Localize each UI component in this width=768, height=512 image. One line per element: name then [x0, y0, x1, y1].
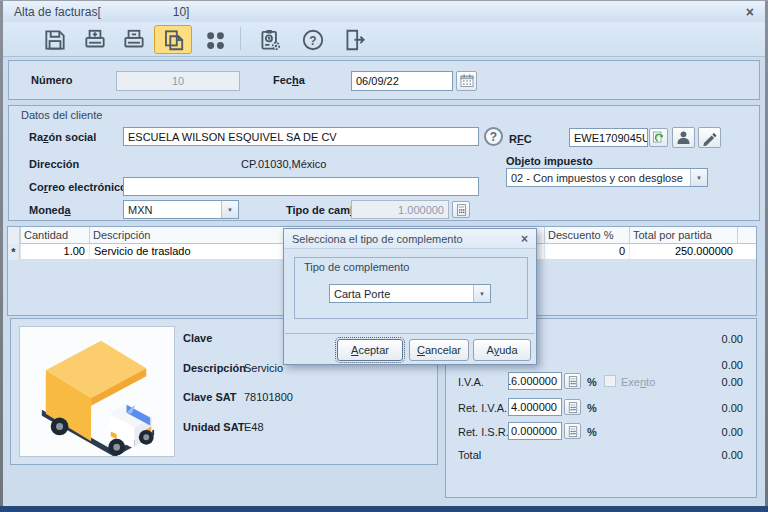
producto-descripcion-label: Descripción	[183, 362, 246, 374]
dialog-close-icon[interactable]: ×	[521, 233, 528, 245]
razon-social-input[interactable]: ESCUELA WILSON ESQUIVEL SA DE CV	[123, 127, 479, 146]
ret-iva-rate-input[interactable]: 4.000000	[508, 398, 562, 416]
ayuda-button[interactable]: Ayuda	[473, 339, 531, 361]
ret-isr-amount: 0.00	[722, 426, 743, 438]
ret-isr-rate-input[interactable]: 0.000000	[508, 422, 562, 440]
rfc-label: RFC	[509, 133, 532, 145]
tipo-cambio-input: 1.000000	[351, 200, 449, 219]
remove-document-button[interactable]	[115, 25, 153, 54]
ret-iva-label: Ret. I.V.A.	[458, 402, 507, 414]
dialog-title: Selecciona el tipo de complemento	[292, 233, 463, 245]
descuento-amount: 0.00	[722, 359, 743, 371]
window-border-top	[0, 0, 768, 1]
copy-icon	[160, 27, 186, 53]
rfc-validate-button[interactable]	[649, 128, 668, 147]
subtotal-amount: 0.00	[722, 333, 743, 345]
grid-selector-header	[8, 227, 20, 244]
numero-input: 10	[116, 71, 240, 91]
calculator-icon	[567, 375, 579, 388]
exit-icon	[342, 27, 368, 53]
series-button[interactable]	[196, 25, 234, 54]
window-border-bottom	[0, 506, 768, 512]
exento-checkbox	[604, 375, 616, 387]
unidad-sat-value: E48	[244, 421, 264, 433]
grid-header-descuento: Descuento %	[544, 227, 629, 244]
cell-cantidad[interactable]: 1.00	[20, 244, 89, 260]
dialog-title-bar[interactable]: Selecciona el tipo de complemento ×	[284, 229, 536, 249]
numero-label: Número	[31, 74, 73, 86]
cell-descuento[interactable]: 0	[544, 244, 629, 260]
save-button[interactable]	[36, 25, 74, 54]
pencil-icon	[701, 129, 718, 146]
clave-label: Clave	[183, 332, 212, 344]
razon-social-help-button[interactable]: ?	[484, 127, 503, 146]
grid-header-total-partida: Total por partida	[629, 227, 737, 244]
producto-descripcion-value: Servicio	[244, 362, 283, 374]
window-border-left	[0, 0, 3, 512]
grid-header-extra	[737, 227, 756, 244]
fecha-calendar-button[interactable]	[456, 71, 477, 91]
tasks-settings-icon	[257, 27, 283, 53]
client-data-panel: Datos del cliente Razón social ESCUELA W…	[8, 105, 760, 221]
window-title-number: 10]	[173, 5, 190, 19]
rfc-input[interactable]: EWE1709045U0	[569, 128, 648, 147]
client-search-button[interactable]	[672, 127, 695, 148]
direccion-value: CP.01030,México	[241, 158, 326, 170]
main-toolbar: ?	[3, 22, 765, 57]
chevron-down-icon[interactable]: ▼	[473, 285, 490, 302]
grid-dots-icon	[202, 27, 228, 53]
chevron-down-icon[interactable]: ▼	[221, 201, 238, 218]
help-button[interactable]: ?	[294, 25, 332, 54]
product-image	[19, 326, 175, 457]
clave-sat-value: 78101800	[244, 391, 293, 403]
ret-iva-calc-button[interactable]	[564, 399, 581, 415]
ret-isr-calc-button[interactable]	[564, 423, 581, 439]
client-edit-button[interactable]	[698, 127, 721, 148]
title-bar[interactable]: Alta de facturas[ 10] ×	[3, 1, 765, 22]
complement-dialog: Selecciona el tipo de complemento × Tipo…	[283, 228, 537, 365]
fecha-input[interactable]: 06/09/22	[351, 71, 453, 91]
svg-text:?: ?	[309, 33, 316, 47]
moneda-select[interactable]: MXN ▼	[123, 200, 239, 219]
truck-illustration-icon	[20, 327, 174, 456]
correo-label: Correo electrónico	[29, 181, 127, 193]
cancelar-button[interactable]: Cancelar	[409, 339, 469, 361]
chevron-down-icon[interactable]: ▼	[690, 169, 707, 186]
calendar-icon	[459, 73, 475, 89]
copy-complements-button[interactable]	[154, 25, 192, 54]
help-icon: ?	[300, 27, 326, 53]
question-mark-icon: ?	[490, 130, 497, 144]
aceptar-button[interactable]: Aceptar	[337, 339, 403, 361]
calculator-icon	[567, 425, 579, 438]
tipo-cambio-calc-button[interactable]	[452, 201, 470, 218]
iva-percent-sign: %	[587, 376, 597, 388]
alta-de-facturas-window: Alta de facturas[ 10] ×	[0, 0, 768, 512]
validate-rfc-icon	[651, 130, 666, 145]
window-close-icon[interactable]: ×	[746, 5, 754, 19]
iva-rate-input[interactable]: 16.000000	[508, 372, 562, 390]
tipo-complemento-group-title: Tipo de complemento	[304, 261, 409, 273]
exit-button[interactable]	[336, 25, 374, 54]
tasks-settings-button[interactable]	[251, 25, 289, 54]
iva-label: I.V.A.	[458, 376, 484, 388]
exento-label: Exento	[621, 376, 655, 388]
ret-isr-percent-sign: %	[587, 426, 597, 438]
row-marker-icon: *	[8, 244, 20, 260]
ret-iva-percent-sign: %	[587, 402, 597, 414]
total-amount: 0.00	[722, 449, 743, 461]
objeto-impuesto-label: Objeto impuesto	[506, 155, 593, 167]
window-title: Alta de facturas[	[14, 5, 101, 19]
iva-calc-button[interactable]	[564, 373, 581, 389]
dialog-footer: Aceptar Cancelar Ayuda	[285, 333, 535, 363]
clave-sat-label: Clave SAT	[183, 391, 237, 403]
calculator-icon	[455, 203, 468, 217]
save-icon	[42, 27, 68, 53]
add-document-button[interactable]	[76, 25, 114, 54]
client-panel-title: Datos del cliente	[21, 109, 102, 121]
correo-input[interactable]	[123, 177, 479, 196]
objeto-impuesto-select[interactable]: 02 - Con impuestos y con desglose ▼	[506, 168, 708, 187]
cell-total-partida[interactable]: 250.000000	[629, 244, 737, 260]
person-icon	[675, 129, 692, 146]
tipo-complemento-select[interactable]: Carta Porte ▼	[329, 284, 491, 303]
moneda-label: Moneda	[29, 204, 71, 216]
